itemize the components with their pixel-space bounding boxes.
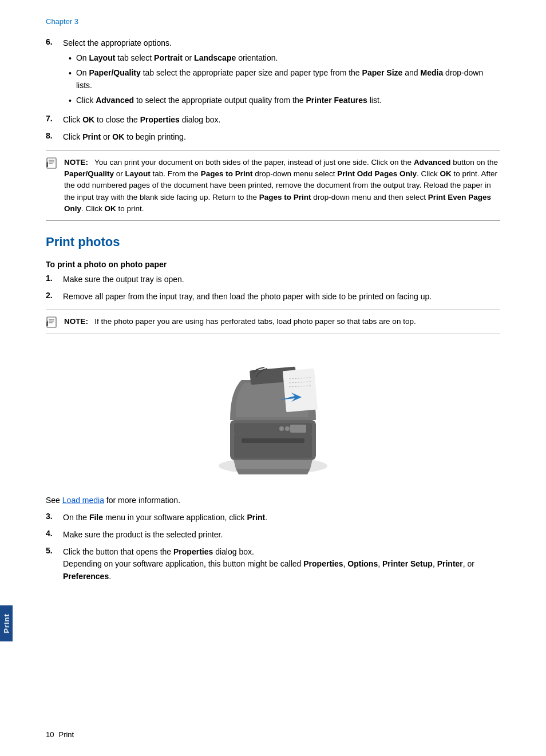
photo-step-3-number: 3.: [46, 512, 63, 521]
svg-point-16: [285, 426, 290, 431]
photo-step-5-number: 5.: [46, 546, 63, 555]
see-prefix: See: [46, 496, 62, 505]
note-main-body: You can print your document on both side…: [64, 158, 498, 213]
steps-list-photo-continued: 3. On the File menu in your software app…: [46, 512, 500, 583]
photo-step-1-content: Make sure the output tray is open.: [63, 274, 500, 286]
load-media-link[interactable]: Load media: [62, 496, 104, 505]
step-8-number: 8.: [46, 131, 63, 140]
printer-image-container: [46, 346, 500, 483]
photo-step-1: 1. Make sure the output tray is open.: [46, 274, 500, 286]
svg-rect-15: [290, 425, 306, 433]
section-title-print-photos: Print photos: [46, 235, 500, 250]
photo-step-2-text: Remove all paper from the input tray, an…: [63, 292, 432, 301]
step-7-number: 7.: [46, 114, 63, 123]
printer-illustration: [199, 346, 347, 483]
sub-heading-photo: To print a photo on photo paper: [46, 260, 500, 269]
svg-rect-0: [47, 158, 56, 168]
step-7: 7. Click OK to close the Properties dial…: [46, 114, 500, 126]
sidebar-print-tab: Print: [0, 605, 13, 642]
page-footer: 10 Print: [46, 730, 500, 739]
photo-step-3-text: On the File menu in your software applic…: [63, 513, 267, 522]
bullet-2-text: On Paper/Quality tab select the appropri…: [76, 67, 500, 92]
svg-rect-12: [234, 434, 312, 458]
step-8-content: Click Print or OK to begin printing.: [63, 131, 500, 144]
step-8-text: Click Print or OK to begin printing.: [63, 132, 186, 141]
note-photo: NOTE: If the photo paper you are using h…: [46, 310, 500, 334]
photo-step-4: 4. Make sure the product is the selected…: [46, 529, 500, 541]
note-main-text: NOTE: You can print your document on bot…: [64, 157, 500, 215]
bullet-dot-3: •: [69, 95, 72, 108]
step-7-content: Click OK to close the Properties dialog …: [63, 114, 500, 126]
sidebar-tab-label: Print: [2, 613, 11, 634]
photo-step-2-number: 2.: [46, 291, 63, 300]
photo-step-5-content: Click the button that opens the Properti…: [63, 546, 500, 583]
bullet-dot-2: •: [69, 68, 72, 80]
note-photo-body: If the photo paper you are using has per…: [90, 317, 416, 326]
svg-rect-13: [242, 438, 304, 443]
svg-rect-19: [283, 369, 318, 413]
step-8: 8. Click Print or OK to begin printing.: [46, 131, 500, 144]
steps-list-top: 6. Select the appropriate options. • On …: [46, 37, 500, 144]
bullet-3: • Click Advanced to select the appropria…: [69, 94, 500, 108]
photo-step-3: 3. On the File menu in your software app…: [46, 512, 500, 524]
photo-step-2: 2. Remove all paper from the input tray,…: [46, 291, 500, 303]
page-content: Chapter 3 6. Select the appropriate opti…: [0, 0, 546, 756]
note-photo-svg-icon: [46, 316, 58, 328]
photo-step-5: 5. Click the button that opens the Prope…: [46, 546, 500, 583]
note-icon-main: [46, 157, 64, 169]
photo-step-1-number: 1.: [46, 274, 63, 283]
chapter-label: Chapter 3: [46, 17, 500, 26]
see-link-paragraph: See Load media for more information.: [46, 494, 500, 507]
bullet-1-text: On Layout tab select Portrait or Landsca…: [76, 52, 278, 65]
svg-marker-10: [236, 469, 310, 474]
step-6-text: Select the appropriate options.: [63, 38, 172, 48]
photo-step-4-text: Make sure the product is the selected pr…: [63, 530, 223, 539]
step-6-content: Select the appropriate options. • On Lay…: [63, 37, 500, 109]
svg-rect-4: [47, 317, 56, 327]
photo-step-2-content: Remove all paper from the input tray, an…: [63, 291, 500, 303]
bullet-1: • On Layout tab select Portrait or Lands…: [69, 52, 500, 65]
see-suffix: for more information.: [104, 496, 180, 505]
note-photo-label: NOTE:: [64, 317, 88, 326]
photo-step-3-content: On the File menu in your software applic…: [63, 512, 500, 524]
bullet-2: • On Paper/Quality tab select the approp…: [69, 67, 500, 92]
step-7-text: Click OK to close the Properties dialog …: [63, 115, 220, 124]
photo-step-4-content: Make sure the product is the selected pr…: [63, 529, 500, 541]
step-6: 6. Select the appropriate options. • On …: [46, 37, 500, 109]
note-main: NOTE: You can print your document on bot…: [46, 151, 500, 221]
step-6-number: 6.: [46, 37, 63, 46]
step-6-bullets: • On Layout tab select Portrait or Lands…: [69, 52, 500, 108]
steps-list-photo: 1. Make sure the output tray is open. 2.…: [46, 274, 500, 303]
note-svg-icon: [46, 157, 58, 169]
note-icon-photo: [46, 316, 64, 328]
note-photo-text: NOTE: If the photo paper you are using h…: [64, 316, 500, 327]
photo-step-1-text: Make sure the output tray is open.: [63, 275, 184, 284]
bullet-dot-1: •: [69, 53, 72, 65]
note-main-label: NOTE:: [64, 158, 88, 167]
photo-step-4-number: 4.: [46, 529, 63, 538]
svg-point-17: [279, 426, 284, 431]
bullet-3-text: Click Advanced to select the appropriate…: [76, 94, 382, 107]
page-number: 10: [46, 730, 54, 739]
footer-section: Print: [58, 730, 74, 739]
photo-step-5-text: Click the button that opens the Properti…: [63, 547, 474, 581]
